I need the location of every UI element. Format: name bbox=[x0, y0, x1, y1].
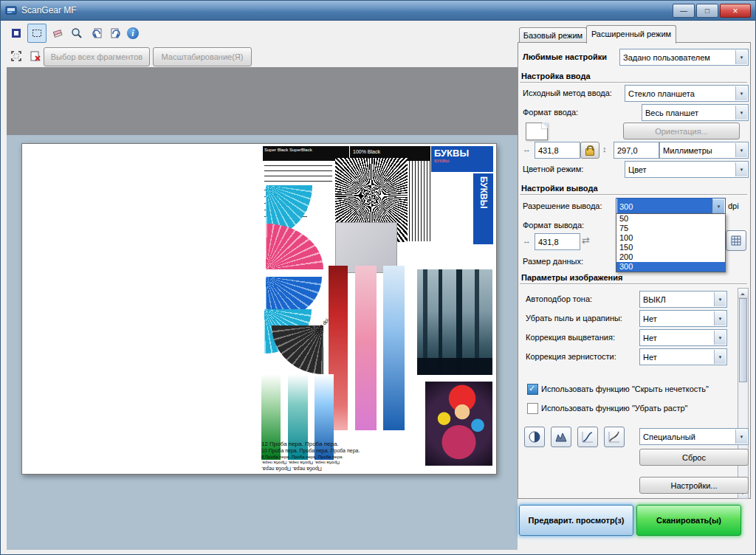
preferences-button[interactable]: Настройки... bbox=[639, 477, 749, 494]
source-method-select[interactable]: Стекло планшета ▼ bbox=[625, 85, 749, 102]
threshold-button[interactable] bbox=[524, 427, 545, 447]
input-height-field[interactable]: 297,0 bbox=[614, 142, 659, 159]
erase-tool-button[interactable] bbox=[48, 24, 67, 43]
tab-advanced-mode[interactable]: Расширенный режим bbox=[586, 25, 676, 44]
rotate-left-icon bbox=[91, 27, 104, 40]
unsharp-mask-label: Использовать функцию "Скрыть нечеткость" bbox=[541, 385, 709, 393]
grid-icon bbox=[730, 235, 742, 247]
aspect-lock-button[interactable] bbox=[580, 142, 599, 159]
height-icon: ↕ bbox=[602, 145, 607, 154]
chart-refinery-photo bbox=[417, 269, 492, 375]
auto-crop-icon bbox=[10, 27, 23, 40]
grain-correction-select[interactable]: Нет ▼ bbox=[639, 348, 727, 365]
rotate-left-button[interactable] bbox=[88, 24, 107, 43]
dust-scratch-select[interactable]: Нет ▼ bbox=[639, 310, 727, 327]
grain-correction-label: Коррекция зернистости: bbox=[526, 352, 616, 361]
auto-crop-tool-button[interactable] bbox=[7, 24, 26, 43]
auto-tone-label: Автоподбор тона: bbox=[526, 294, 592, 303]
preview-button[interactable]: Предварит. просмотр(з) bbox=[519, 505, 633, 536]
zoom-tool-button[interactable] bbox=[67, 24, 86, 43]
fading-correction-label: Коррекция выцветания: bbox=[526, 333, 615, 342]
swap-dimensions-icon[interactable]: ⇄ bbox=[582, 235, 590, 246]
chart-pink-bar bbox=[355, 266, 377, 430]
chart-pen-line-3: 8 Проба пера. Проба пера. Проба пера. bbox=[261, 455, 343, 459]
chevron-down-icon: ▼ bbox=[735, 50, 747, 64]
scroll-thumb[interactable] bbox=[739, 298, 747, 382]
gamma-curve-icon bbox=[608, 430, 621, 444]
remove-crop-button[interactable] bbox=[26, 46, 45, 66]
resolution-option[interactable]: 100 bbox=[616, 233, 725, 243]
magnifier-icon bbox=[70, 27, 83, 40]
resolution-dropdown-list: 50 75 100 150 200 300 bbox=[616, 213, 726, 272]
chart-bukvy-header: БУКВЫ БУКВЫ bbox=[431, 146, 493, 172]
scroll-up-icon[interactable] bbox=[738, 289, 748, 298]
chevron-down-icon: ▼ bbox=[735, 430, 747, 444]
maximize-button[interactable]: □ bbox=[696, 4, 718, 18]
close-button[interactable]: × bbox=[720, 4, 751, 18]
crop-select-tool-button[interactable] bbox=[27, 24, 47, 43]
preview-page[interactable]: Super Black SuperBlack 100% Black БУКВЫ … bbox=[21, 143, 497, 475]
color-mode-select[interactable]: Цвет ▼ bbox=[625, 161, 749, 178]
image-params-title: Параметры изображения bbox=[521, 273, 622, 282]
data-size-label: Размер данных: bbox=[523, 257, 583, 266]
titlebar[interactable]: ScanGear MF — □ × bbox=[1, 1, 755, 21]
rotate-right-button[interactable] bbox=[106, 24, 125, 43]
scan-button[interactable]: Сканировать(ы) bbox=[636, 505, 741, 536]
chart-pen-line-5: Проба пера. Проба пера. bbox=[261, 466, 322, 472]
marquee-select-icon bbox=[30, 27, 44, 40]
input-format-label: Формат ввода: bbox=[523, 108, 578, 117]
padlock-icon bbox=[585, 148, 594, 156]
chart-pen-line-2: 10 Проба пера. Проба пера. Проба пера. bbox=[261, 448, 360, 453]
chart-ruler-lines bbox=[264, 160, 332, 184]
histogram-icon bbox=[554, 430, 568, 444]
divider bbox=[520, 82, 747, 83]
chevron-down-icon: ▼ bbox=[735, 162, 747, 176]
width-icon: ↔ bbox=[523, 236, 531, 245]
output-width-field[interactable]: 431,8 bbox=[535, 233, 580, 250]
preset-select[interactable]: Специальный ▼ bbox=[639, 428, 749, 445]
resolution-option-selected[interactable]: 300 bbox=[616, 262, 725, 272]
resolution-option[interactable]: 200 bbox=[616, 252, 725, 262]
chart-bukvy-vertical: БУКВЫ bbox=[473, 173, 493, 244]
resolution-option[interactable]: 50 bbox=[616, 214, 725, 224]
auto-tone-select[interactable]: ВЫКЛ ▼ bbox=[639, 291, 727, 308]
window-title: ScanGear MF bbox=[21, 5, 77, 15]
units-select[interactable]: Миллиметры ▼ bbox=[659, 142, 749, 159]
remove-crop-icon bbox=[29, 49, 42, 63]
divider bbox=[520, 283, 747, 285]
input-format-select[interactable]: Весь планшет ▼ bbox=[642, 104, 749, 121]
source-method-label: Исходный метод ввода: bbox=[523, 89, 612, 97]
reset-button[interactable]: Сброс bbox=[639, 449, 749, 466]
chevron-down-icon: ▼ bbox=[714, 311, 726, 325]
chevron-down-icon: ▼ bbox=[714, 292, 726, 306]
crop-frame-button[interactable] bbox=[7, 46, 26, 66]
resolution-option[interactable]: 150 bbox=[616, 243, 725, 252]
info-button[interactable]: i bbox=[123, 24, 142, 43]
threshold-icon bbox=[528, 430, 541, 444]
chevron-down-icon: ▼ bbox=[735, 106, 747, 120]
final-review-button[interactable] bbox=[604, 427, 625, 447]
favorites-select[interactable]: Задано пользователем ▼ bbox=[619, 49, 749, 66]
select-all-crops-button[interactable]: Выбор всех фрагментов bbox=[44, 47, 150, 66]
chart-blue-bar bbox=[383, 266, 405, 430]
app-icon bbox=[5, 4, 17, 16]
histogram-button[interactable] bbox=[551, 427, 571, 447]
output-size-grid-button[interactable] bbox=[726, 230, 746, 251]
tab-basic-mode[interactable]: Базовый режим bbox=[519, 27, 587, 43]
input-width-field[interactable]: 431,8 bbox=[535, 142, 580, 159]
crop-frame-icon bbox=[10, 49, 23, 63]
descreen-checkbox[interactable] bbox=[527, 403, 538, 414]
tone-curve-button[interactable] bbox=[577, 427, 598, 447]
params-scrollbar[interactable] bbox=[738, 288, 749, 499]
preview-area[interactable]: Super Black SuperBlack 100% Black БУКВЫ … bbox=[7, 67, 518, 550]
fading-correction-select[interactable]: Нет ▼ bbox=[639, 329, 727, 346]
chevron-down-icon: ▼ bbox=[735, 143, 747, 157]
unsharp-mask-checkbox[interactable]: ✓ bbox=[527, 384, 538, 395]
resolution-option[interactable]: 75 bbox=[616, 224, 725, 233]
resolution-select[interactable]: 300 ▼ bbox=[616, 198, 726, 215]
minimize-button[interactable]: — bbox=[673, 4, 695, 18]
dust-scratch-label: Убрать пыль и царапины: bbox=[526, 314, 622, 323]
input-settings-title: Настройка ввода bbox=[521, 72, 591, 80]
zoom-button[interactable]: Масштабирование(Я) bbox=[153, 47, 252, 66]
orientation-button[interactable]: Ориентация... bbox=[623, 123, 740, 139]
